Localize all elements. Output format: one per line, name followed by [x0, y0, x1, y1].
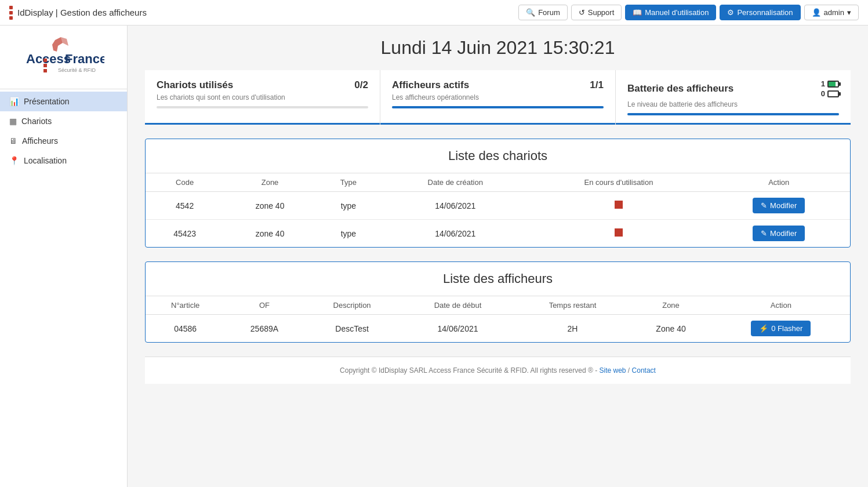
pin-icon: 📍 [9, 156, 19, 165]
chariots-header-row: Code Zone Type Date de création En cours… [146, 173, 850, 192]
manuel-button[interactable]: 📖 Manuel d'utilisation [625, 5, 716, 20]
footer-text: Copyright © IdDisplay SARL Access France… [340, 366, 597, 375]
brand-icon [9, 6, 13, 20]
col-zone-aff: Zone [630, 296, 711, 315]
stat-batterie-progress-fill [627, 113, 839, 115]
aff-row1-date: 14/06/2021 [400, 315, 515, 343]
row1-action: ✎ Modifier [707, 192, 850, 220]
sidebar-item-presentation[interactable]: 📊 Présentation [0, 92, 127, 111]
aff-row1-of: 25689A [225, 315, 303, 343]
support-button[interactable]: ↺ Support [571, 5, 622, 20]
row1-zone: zone 40 [224, 192, 316, 220]
svg-text:Sécurité & RFID: Sécurité & RFID [58, 67, 96, 73]
chariots-section: Liste des chariots Code Zone Type Date d… [145, 139, 851, 248]
chariots-table-head: Code Zone Type Date de création En cours… [146, 173, 850, 192]
afficheurs-table: N°article OF Description Date de début T… [146, 296, 850, 342]
stat-chariots-value: 0/2 [354, 79, 368, 91]
stat-batterie-progress [627, 113, 839, 115]
brand-text: IdDisplay | Gestion des afficheurs [17, 8, 147, 17]
battery-count-2: 0 [821, 89, 825, 98]
col-type: Type [316, 173, 381, 192]
chariots-table-body: 4542 zone 40 type 14/06/2021 ✎ Modifier [146, 192, 850, 248]
col-temps-restant: Temps restant [515, 296, 630, 315]
stat-afficheurs-progress [392, 106, 604, 108]
afficheurs-section: Liste des afficheurs N°article OF Descri… [145, 261, 851, 343]
status-red-icon-2 [615, 228, 623, 237]
flash-icon: ⚡ [759, 324, 768, 333]
row2-zone: zone 40 [224, 220, 316, 248]
modifier-button-1[interactable]: ✎ Modifier [753, 198, 805, 213]
aff-row1-article: 04586 [146, 315, 225, 343]
sidebar-item-afficheurs[interactable]: 🖥 Afficheurs [0, 131, 127, 151]
stat-afficheurs-progress-fill [392, 106, 604, 108]
row2-code: 45423 [146, 220, 224, 248]
flasher-button[interactable]: ⚡ 0 Flasher [751, 321, 811, 336]
sidebar: Access France Sécurité & RFID 📊 Présenta… [0, 26, 128, 487]
col-n-article: N°article [146, 296, 225, 315]
stat-batterie-title: Batterie des afficheurs [627, 83, 733, 95]
sidebar-item-chariots[interactable]: ▦ Chariots [0, 111, 127, 131]
stat-afficheurs: Afficheurs actifs 1/1 Les afficheurs opé… [380, 70, 616, 125]
stat-chariots-progress [157, 106, 368, 108]
col-action: Action [707, 173, 850, 192]
stat-chariots-title: Chariots utilisés [157, 79, 233, 91]
table-row: 04586 25689A DescTest 14/06/2021 2H Zone… [146, 315, 850, 343]
row2-date: 14/06/2021 [381, 220, 530, 248]
layout: Access France Sécurité & RFID 📊 Présenta… [0, 26, 868, 487]
col-code: Code [146, 173, 224, 192]
aff-row1-zone: Zone 40 [630, 315, 711, 343]
col-date-debut: Date de début [400, 296, 515, 315]
stat-batterie: Batterie des afficheurs 1 0 Le niveau de… [616, 70, 851, 125]
logo-svg: Access France Sécurité & RFID [23, 34, 104, 81]
admin-button[interactable]: 👤 admin ▾ [804, 5, 859, 20]
personnalisation-button[interactable]: ⚙ Personnalisation [720, 5, 800, 20]
modifier-button-2[interactable]: ✎ Modifier [753, 226, 805, 241]
stats-row: Chariots utilisés 0/2 Les chariots qui s… [145, 70, 851, 125]
monitor-icon: 🖥 [9, 136, 17, 146]
stat-chariots-top: Chariots utilisés 0/2 [157, 79, 368, 91]
afficheurs-header-row: N°article OF Description Date de début T… [146, 296, 850, 315]
table-icon: ▦ [9, 117, 17, 126]
navbar: IdDisplay | Gestion des afficheurs 🔍 For… [0, 0, 868, 26]
svg-rect-6 [43, 64, 47, 67]
footer-contact[interactable]: Contact [632, 366, 656, 375]
date-header: Lundi 14 Juin 2021 15:30:21 [145, 37, 851, 59]
row1-code: 4542 [146, 192, 224, 220]
afficheurs-table-title: Liste des afficheurs [146, 262, 850, 296]
row2-type: type [316, 220, 381, 248]
row1-type: type [316, 192, 381, 220]
user-icon: 👤 [812, 8, 821, 17]
stat-afficheurs-value: 1/1 [590, 79, 604, 91]
svg-text:Access: Access [26, 52, 71, 66]
sidebar-nav: 📊 Présentation ▦ Chariots 🖥 Afficheurs 📍… [0, 89, 127, 170]
edit-icon-1: ✎ [761, 201, 767, 210]
row2-status [530, 220, 708, 248]
gear-icon: ⚙ [727, 8, 734, 17]
table-row: 4542 zone 40 type 14/06/2021 ✎ Modifier [146, 192, 850, 220]
stat-chariots-desc: Les chariots qui sont en cours d'utilisa… [157, 93, 368, 101]
row2-action: ✎ Modifier [707, 220, 850, 248]
stat-afficheurs-desc: Les afficheurs opérationnels [392, 93, 604, 101]
footer-separator: / [628, 366, 630, 375]
battery-full-icon [827, 81, 839, 88]
svg-text:France: France [65, 52, 104, 66]
afficheurs-table-body: 04586 25689A DescTest 14/06/2021 2H Zone… [146, 315, 850, 343]
aff-row1-desc: DescTest [304, 315, 401, 343]
col-action-aff: Action [712, 296, 850, 315]
bar-chart-icon: 📊 [9, 97, 19, 106]
battery-empty-icon [827, 90, 839, 97]
row1-date: 14/06/2021 [381, 192, 530, 220]
sidebar-item-localisation[interactable]: 📍 Localisation [0, 151, 127, 170]
navbar-right: 🔍 Forum ↺ Support 📖 Manuel d'utilisation… [518, 5, 859, 20]
sidebar-logo: Access France Sécurité & RFID [0, 26, 127, 89]
svg-rect-7 [43, 69, 47, 72]
status-red-icon [615, 201, 623, 209]
forum-button[interactable]: 🔍 Forum [518, 5, 568, 20]
stat-chariots: Chariots utilisés 0/2 Les chariots qui s… [145, 70, 380, 125]
afficheurs-table-head: N°article OF Description Date de début T… [146, 296, 850, 315]
chariots-table: Code Zone Type Date de création En cours… [146, 173, 850, 247]
stat-afficheurs-title: Afficheurs actifs [392, 79, 469, 91]
footer-site-web[interactable]: Site web [599, 366, 626, 375]
battery-row-1: 1 [821, 79, 839, 88]
forum-icon: 🔍 [526, 8, 535, 17]
